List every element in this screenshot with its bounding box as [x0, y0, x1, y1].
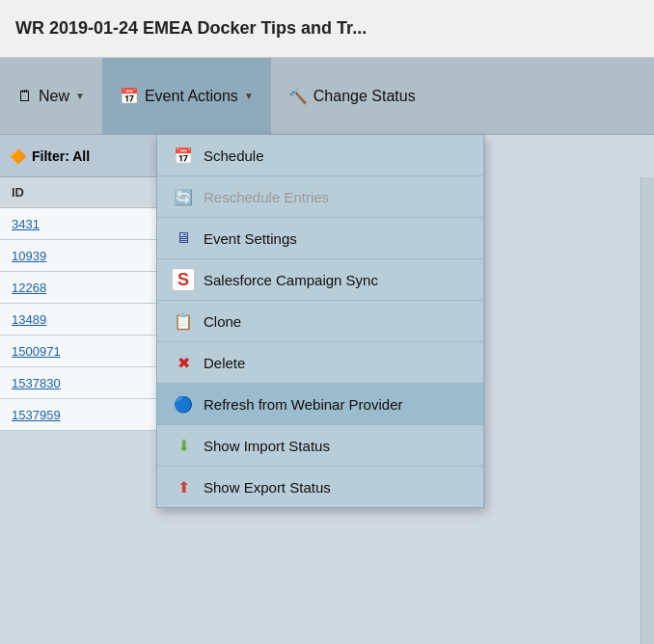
menu-item-schedule[interactable]: 📅 Schedule — [157, 135, 483, 176]
new-button[interactable]: 🗒 New ▼ — [0, 58, 102, 134]
row-link-1537830[interactable]: 1537830 — [12, 376, 61, 390]
row-link-12268[interactable]: 12268 — [12, 281, 46, 295]
menu-item-reschedule-label: Reschedule Entries — [204, 189, 329, 205]
reschedule-icon: 🔄 — [173, 186, 194, 207]
filter-icon: 🔶 — [10, 148, 26, 164]
toolbar: 🗒 New ▼ 📅 Event Actions ▼ 🔨 Change Statu… — [0, 58, 654, 135]
new-icon: 🗒 — [17, 88, 33, 105]
show-export-icon: ⬆ — [173, 476, 194, 497]
menu-item-reschedule: 🔄 Reschedule Entries — [157, 176, 483, 218]
new-label: New — [39, 88, 69, 105]
row-link-10939[interactable]: 10939 — [12, 249, 46, 263]
scrollbar[interactable] — [640, 177, 654, 644]
table-row[interactable]: 1537959 — [0, 399, 156, 431]
show-import-icon: ⬇ — [173, 435, 194, 456]
menu-item-delete[interactable]: ✖ Delete — [157, 342, 483, 384]
table-area: ID 3431 10939 12268 13489 1500971 153783… — [0, 177, 156, 431]
left-panel: 🔶 Filter: All ID 3431 10939 12268 13489 … — [0, 135, 156, 644]
event-actions-dropdown: 📅 Schedule 🔄 Reschedule Entries 🖥 Event … — [156, 135, 484, 508]
change-status-label: Change Status — [313, 88, 416, 105]
table-row[interactable]: 1537830 — [0, 367, 156, 399]
menu-item-event-settings-label: Event Settings — [204, 230, 297, 247]
delete-icon: ✖ — [173, 352, 194, 373]
row-link-3431[interactable]: 3431 — [12, 217, 40, 231]
row-link-1537959[interactable]: 1537959 — [12, 408, 61, 422]
menu-item-event-settings[interactable]: 🖥 Event Settings — [157, 218, 483, 259]
row-link-1500971[interactable]: 1500971 — [12, 344, 61, 359]
schedule-icon: 📅 — [173, 145, 194, 166]
menu-item-refresh-webinar[interactable]: 🔵 Refresh from Webinar Provider — [157, 384, 483, 425]
filter-bar: 🔶 Filter: All — [0, 135, 156, 177]
table-row[interactable]: 13489 — [0, 304, 156, 335]
change-status-button[interactable]: 🔨 Change Status — [271, 58, 433, 134]
menu-item-clone-label: Clone — [204, 313, 241, 330]
refresh-webinar-icon: 🔵 — [173, 393, 194, 415]
row-link-13489[interactable]: 13489 — [12, 312, 46, 327]
change-status-icon: 🔨 — [288, 87, 308, 105]
menu-item-show-import[interactable]: ⬇ Show Import Status — [157, 425, 483, 467]
new-dropdown-arrow: ▼ — [75, 91, 85, 101]
clone-icon: 📋 — [173, 310, 194, 332]
menu-item-clone[interactable]: 📋 Clone — [157, 301, 483, 342]
table-row[interactable]: 12268 — [0, 272, 156, 304]
event-actions-label: Event Actions — [145, 88, 238, 105]
salesforce-icon: S — [173, 269, 194, 290]
menu-item-delete-label: Delete — [204, 355, 245, 371]
menu-item-show-export[interactable]: ⬆ Show Export Status — [157, 467, 483, 507]
table-row[interactable]: 3431 — [0, 208, 156, 240]
page-title: WR 2019-01-24 EMEA Docker Tips and Tr... — [15, 18, 367, 39]
event-settings-icon: 🖥 — [173, 228, 194, 249]
menu-item-refresh-webinar-label: Refresh from Webinar Provider — [204, 396, 402, 413]
menu-item-show-export-label: Show Export Status — [204, 479, 331, 496]
event-actions-icon: 📅 — [120, 87, 139, 105]
menu-item-show-import-label: Show Import Status — [204, 438, 330, 454]
menu-item-schedule-label: Schedule — [204, 148, 264, 164]
title-bar: WR 2019-01-24 EMEA Docker Tips and Tr... — [0, 0, 654, 58]
menu-item-salesforce-label: Salesforce Campaign Sync — [204, 272, 378, 288]
event-actions-button[interactable]: 📅 Event Actions ▼ — [102, 58, 271, 134]
table-row[interactable]: 1500971 — [0, 335, 156, 367]
event-actions-arrow: ▼ — [244, 91, 254, 101]
table-header-id: ID — [0, 177, 156, 208]
table-row[interactable]: 10939 — [0, 240, 156, 272]
main-area: 🔶 Filter: All ID 3431 10939 12268 13489 … — [0, 135, 654, 644]
filter-label: Filter: All — [32, 148, 90, 164]
menu-item-salesforce[interactable]: S Salesforce Campaign Sync — [157, 259, 483, 301]
